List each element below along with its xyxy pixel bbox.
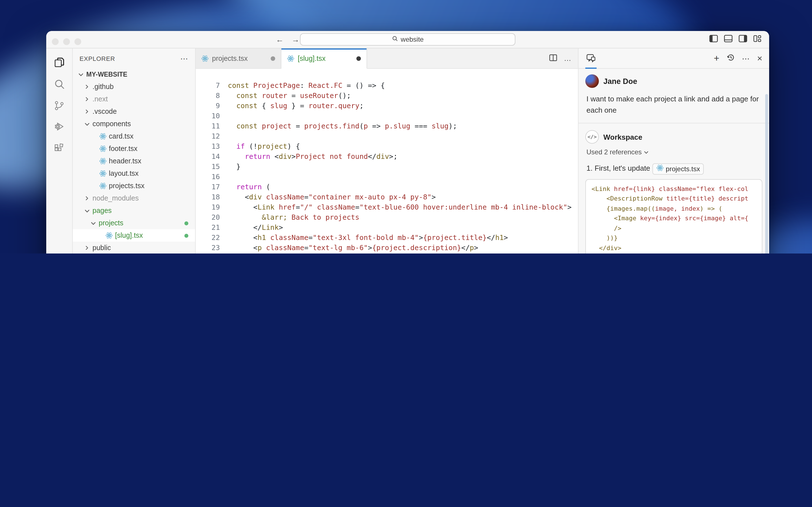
chat-panel-body: Jane Doe I want to make each project a l… <box>578 69 769 253</box>
user-avatar <box>585 74 599 88</box>
chat-tab[interactable] <box>585 48 597 68</box>
code-line-16: 16 <box>196 172 578 182</box>
line-number: 7 <box>196 80 228 91</box>
history-back-button[interactable]: ← <box>274 34 285 45</box>
line-number: 8 <box>196 91 228 101</box>
explorer-item-pages[interactable]: pages <box>73 205 195 217</box>
file-chip-projects[interactable]: projects.tsx <box>652 163 704 175</box>
explorer-item-node-modules[interactable]: node_modules <box>73 192 195 205</box>
chat-close-icon[interactable]: × <box>757 53 762 63</box>
explorer-item-layout-tsx[interactable]: layout.tsx <box>73 167 195 180</box>
file-label: node_modules <box>93 194 139 202</box>
activity-extensions-icon[interactable] <box>48 137 70 159</box>
panel-scrollbar[interactable] <box>765 94 768 253</box>
code-line-14: 14 return <div>Project not found</div>; <box>196 152 578 162</box>
chevron-right-icon <box>82 97 91 101</box>
line-number: 17 <box>196 182 228 192</box>
tab-projects-tsx[interactable]: projects.tsx <box>196 48 282 68</box>
command-center-search[interactable]: website <box>300 33 515 46</box>
activity-bar <box>46 48 73 253</box>
editor-group: projects.tsx[slug].tsx… 7const ProjectPa… <box>196 48 578 253</box>
line-number: 15 <box>196 162 228 172</box>
code-line-9: 9 const { slug } = router.query; <box>196 101 578 111</box>
react-file-icon <box>104 232 114 239</box>
window-zoom-button[interactable] <box>74 38 81 45</box>
code-line-7: 7const ProjectPage: React.FC = () => { <box>196 80 578 91</box>
code-line-19: 19 <Link href="/" className="text-blue-6… <box>196 202 578 212</box>
react-file-icon <box>98 133 108 140</box>
code-line-12: 12 <box>196 131 578 142</box>
react-file-icon <box>98 145 108 152</box>
file-label: .next <box>93 95 108 103</box>
explorer-item-my-website[interactable]: MY-WEBSITE <box>73 68 195 80</box>
chevron-right-icon <box>82 84 91 89</box>
window-close-button[interactable] <box>52 38 59 45</box>
file-label: .github <box>93 83 114 91</box>
customize-layout-icon[interactable] <box>753 35 761 42</box>
chat-user-name: Jane Doe <box>603 77 637 86</box>
modified-dot <box>185 221 188 225</box>
references-toggle[interactable]: Used 2 references <box>587 149 761 156</box>
line-number: 18 <box>196 192 228 202</box>
chat-code-line: /> <box>592 224 756 233</box>
line-number: 12 <box>196 131 228 142</box>
toggle-panel-icon[interactable] <box>724 35 732 42</box>
explorer-item--vscode[interactable]: .vscode <box>73 105 195 118</box>
new-chat-icon[interactable]: + <box>714 53 719 64</box>
activity-search-icon[interactable] <box>48 73 70 95</box>
line-number: 22 <box>196 233 228 243</box>
code-line-10: 10 <box>196 111 578 121</box>
react-file-icon <box>98 170 108 177</box>
toggle-secondary-sidebar-icon[interactable] <box>739 35 747 42</box>
window-minimize-button[interactable] <box>63 38 70 45</box>
split-editor-icon[interactable] <box>549 54 557 63</box>
explorer-item-components[interactable]: components <box>73 118 195 130</box>
title-bar[interactable]: ← → website <box>46 31 769 48</box>
code-line-11: 11 const project = projects.find(p => p.… <box>196 121 578 131</box>
dirty-indicator[interactable] <box>356 56 361 61</box>
chat-code-line: {images.map((image, index) => ( <box>592 204 756 214</box>
explorer-item-card-tsx[interactable]: card.tsx <box>73 130 195 143</box>
explorer-item-header-tsx[interactable]: header.tsx <box>73 155 195 167</box>
activity-source-control-icon[interactable] <box>48 95 70 116</box>
history-forward-button[interactable]: → <box>290 34 301 45</box>
explorer-item-footer-tsx[interactable]: footer.tsx <box>73 143 195 155</box>
file-label: .vscode <box>93 108 117 115</box>
code-editor[interactable]: 7const ProjectPage: React.FC = () => {8 … <box>196 69 578 253</box>
explorer-item-projects[interactable]: projects <box>73 217 195 229</box>
code-line-23: 23 <p className="text-lg mb-6">{project.… <box>196 243 578 253</box>
file-label: footer.tsx <box>109 145 137 153</box>
file-label: [slug].tsx <box>115 231 143 239</box>
activity-run-debug-icon[interactable] <box>48 116 70 137</box>
explorer-item--github[interactable]: .github <box>73 80 195 93</box>
explorer-item-projects-tsx[interactable]: projects.tsx <box>73 180 195 192</box>
chat-history-icon[interactable] <box>726 54 734 63</box>
explorer-title: EXPLORER <box>80 55 115 62</box>
file-label: projects.tsx <box>109 182 144 190</box>
code-line-8: 8 const router = useRouter(); <box>196 91 578 101</box>
chevron-down-icon <box>82 209 91 213</box>
vscode-window: ← → website EXPLORER ⋯ <box>46 31 769 253</box>
toggle-primary-sidebar-icon[interactable] <box>709 35 718 42</box>
react-file-icon <box>98 158 108 165</box>
explorer-item-public[interactable]: public <box>73 242 195 253</box>
explorer-more-icon[interactable]: ⋯ <box>180 54 188 63</box>
chat-more-icon[interactable]: ⋯ <box>742 54 750 63</box>
chevron-right-icon <box>82 245 91 250</box>
chevron-down-icon <box>82 122 91 126</box>
file-label: public <box>93 244 111 252</box>
modified-dot <box>185 234 188 238</box>
editor-more-icon[interactable]: … <box>564 54 571 62</box>
explorer-item--next[interactable]: .next <box>73 93 195 105</box>
search-value: website <box>401 36 423 43</box>
activity-files-icon[interactable] <box>48 52 70 73</box>
explorer-item--slug-tsx[interactable]: [slug].tsx <box>73 229 195 242</box>
line-number: 19 <box>196 202 228 212</box>
tab--slug-tsx[interactable]: [slug].tsx <box>282 48 367 69</box>
desktop: ← → website EXPLORER ⋯ <box>0 0 812 253</box>
line-number: 9 <box>196 101 228 111</box>
line-number: 11 <box>196 121 228 131</box>
dirty-indicator[interactable] <box>271 56 275 61</box>
chat-code-line: ))} <box>592 233 756 243</box>
line-number: 16 <box>196 172 228 182</box>
